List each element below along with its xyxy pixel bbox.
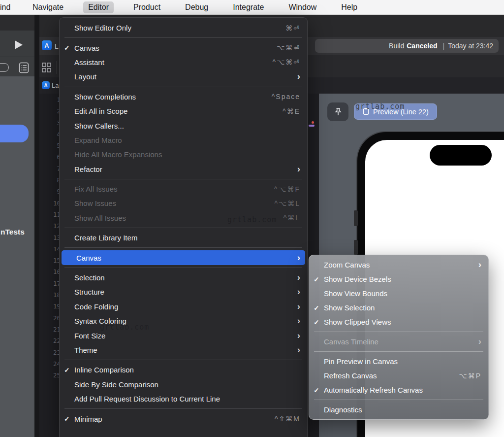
menu-item-expand-macro: Expand Macro [60, 133, 307, 147]
submenu-item-show-device-bezels[interactable]: ✓ Show Device Bezels [309, 272, 488, 286]
checkmark-icon: ✓ [60, 366, 74, 374]
submenu-item-canvas-timeline: Canvas Timeline › [309, 335, 488, 349]
submenu-item-zoom-canvas[interactable]: Zoom Canvas › [309, 258, 488, 272]
chevron-right-icon: › [478, 336, 481, 346]
menubar-item-product[interactable]: Product [128, 1, 165, 13]
build-time: Today at 23:42 [448, 42, 493, 50]
checkmark-icon: ✓ [60, 44, 74, 52]
menu-item-inline-comparison[interactable]: ✓ Inline Comparison [60, 363, 307, 377]
code-fragment-purple [309, 125, 315, 127]
submenu-item-automatically-refresh-canvas[interactable]: ✓ Automatically Refresh Canvas [309, 383, 488, 397]
menu-item-code-folding[interactable]: Code Folding › [60, 300, 307, 314]
menu-separator [64, 87, 302, 87]
related-items-grid-icon[interactable] [41, 62, 52, 73]
submenu-item-refresh-canvas[interactable]: Refresh Canvas ⌥⌘P [309, 369, 488, 383]
menu-item-assistant[interactable]: Assistant ^⌥⌘⏎ [60, 55, 307, 69]
capsule-icon[interactable] [0, 63, 9, 72]
menubar-item-window[interactable]: Window [284, 1, 321, 13]
chevron-right-icon: › [297, 253, 300, 262]
menubar-item-navigate[interactable]: Navigate [28, 1, 68, 13]
canvas-submenu-panel: Zoom Canvas › ✓ Show Device Bezels Show … [309, 255, 489, 420]
menubar-item-debug[interactable]: Debug [180, 1, 213, 13]
pin-preview-button[interactable] [327, 102, 348, 121]
left-window-top [0, 15, 34, 31]
build-status: Canceled [407, 42, 437, 50]
menu-item-show-editor-only[interactable]: Show Editor Only ⌘⏎ [60, 21, 307, 35]
menu-item-edit-all-in-scope[interactable]: Edit All in Scope ^⌘E [60, 104, 307, 118]
menu-separator [314, 351, 483, 352]
menu-item-syntax-coloring[interactable]: Syntax Coloring › [60, 314, 307, 328]
menu-separator [314, 400, 483, 400]
dynamic-island [430, 145, 492, 166]
menu-separator [64, 360, 302, 360]
watermark-text: grtlab.com [100, 323, 149, 332]
breadcrumb-label[interactable]: La [52, 82, 59, 89]
macos-menubar: ind Navigate Editor Product Debug Integr… [0, 0, 504, 15]
checkmark-icon: ✓ [60, 415, 74, 423]
menubar-item-integrate[interactable]: Integrate [228, 1, 269, 13]
activity-viewer: Build Canceled | Today at 23:42 [315, 39, 499, 53]
device-volume-up-button [354, 240, 358, 255]
submenu-item-diagnostics[interactable]: Diagnostics [309, 403, 488, 417]
submenu-item-show-selection[interactable]: ✓ Show Selection [309, 301, 488, 315]
menu-item-create-library-item[interactable]: Create Library Item [60, 231, 307, 245]
menu-separator [314, 332, 483, 332]
menu-separator [64, 268, 302, 268]
code-fragment-red [312, 121, 314, 124]
submenu-item-pin-preview-in-canvas[interactable]: Pin Preview in Canvas [309, 354, 488, 369]
chevron-right-icon: › [297, 302, 300, 311]
chevron-right-icon: › [297, 71, 300, 81]
menu-separator [64, 179, 302, 179]
menu-item-side-by-side-comparison[interactable]: Side By Side Comparison [60, 377, 307, 392]
menu-item-minimap[interactable]: ✓ Minimap ^⇧⌘M [60, 411, 307, 426]
device-action-button [354, 210, 358, 226]
tab-title[interactable]: L [55, 42, 59, 50]
build-label: Build [389, 42, 404, 50]
menubar-item-help[interactable]: Help [336, 1, 362, 13]
submenu-item-show-view-bounds[interactable]: Show View Bounds [309, 286, 488, 301]
menu-item-hide-all-macro-expansions: Hide All Macro Expansions [60, 147, 307, 162]
chevron-right-icon: › [297, 272, 300, 282]
submenu-item-show-clipped-views[interactable]: ✓ Show Clipped Views [309, 315, 488, 329]
list-icon[interactable] [19, 62, 29, 73]
navigator-selected-item[interactable] [0, 125, 29, 142]
checkmark-icon: ✓ [309, 318, 324, 326]
checkmark-icon: ✓ [309, 304, 324, 312]
menu-item-show-issues: Show Issues ^⌥⌘L [60, 196, 307, 210]
chevron-right-icon: › [297, 316, 300, 325]
menu-item-canvas-submenu[interactable]: Canvas › [62, 250, 305, 265]
watermark-text: grtlab.com [355, 102, 405, 111]
menu-item-canvas-toggle[interactable]: ✓ Canvas ⌥⌘⏎ [60, 40, 307, 55]
chevron-right-icon: › [297, 345, 300, 354]
run-button[interactable] [13, 39, 24, 50]
checkmark-icon: ✓ [309, 275, 324, 283]
breadcrumb-app-icon: A [42, 81, 50, 89]
menu-item-fix-all-issues: Fix All Issues ^⌥⌘F [60, 182, 307, 196]
window-divider [34, 15, 39, 437]
line-number-gutter: 12 34 56 78 910 1112 1314 1516 1718 1920… [39, 94, 61, 381]
menu-separator [64, 408, 302, 409]
chevron-right-icon: › [478, 260, 481, 269]
menu-item-theme[interactable]: Theme › [60, 343, 307, 357]
chevron-right-icon: › [297, 287, 300, 296]
menu-separator [64, 37, 302, 38]
menu-item-font-size[interactable]: Font Size › [60, 328, 307, 342]
menu-item-add-pull-request-discussion[interactable]: Add Pull Request Discussion to Current L… [60, 392, 307, 406]
menu-item-show-callers[interactable]: Show Callers... [60, 118, 307, 133]
menu-item-refactor[interactable]: Refactor › [60, 162, 307, 176]
menu-item-show-completions[interactable]: Show Completions ^Space [60, 90, 307, 104]
chevron-right-icon: › [297, 164, 300, 173]
xcode-screen: ind Navigate Editor Product Debug Integr… [0, 0, 504, 437]
chevron-right-icon: › [297, 331, 300, 340]
pin-icon [333, 107, 343, 117]
menubar-item-editor[interactable]: Editor [83, 1, 114, 13]
checkmark-icon: ✓ [309, 386, 324, 394]
menu-item-selection[interactable]: Selection › [60, 270, 307, 285]
jump-bar-separator [57, 61, 57, 74]
app-store-icon[interactable]: A [42, 40, 52, 50]
menu-item-layout[interactable]: Layout › [60, 69, 307, 84]
watermark-text: grtlab.com [227, 215, 277, 224]
menubar-item-find-partial[interactable]: ind [0, 1, 13, 13]
status-separator: | [443, 42, 445, 50]
menu-item-structure[interactable]: Structure › [60, 285, 307, 299]
